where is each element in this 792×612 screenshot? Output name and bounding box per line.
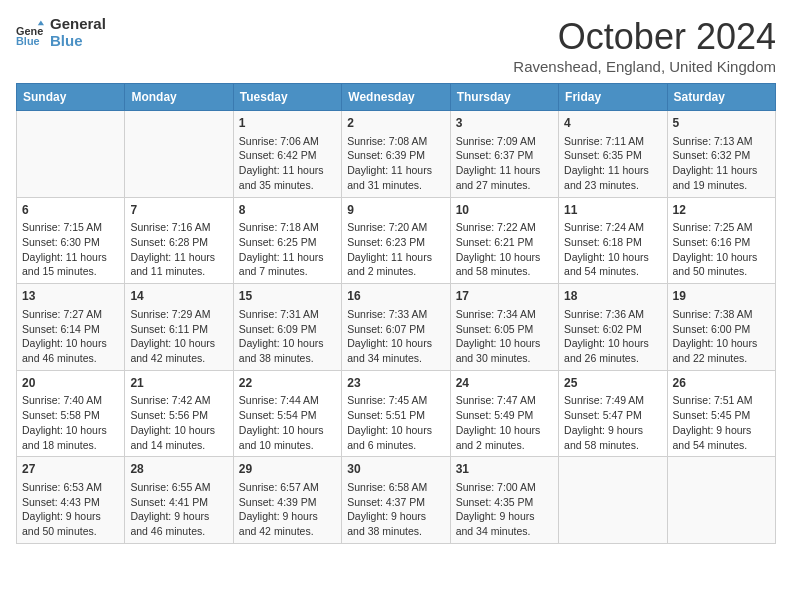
day-info: Sunset: 5:56 PM: [130, 408, 227, 423]
day-number: 12: [673, 202, 770, 219]
day-info: Sunset: 6:14 PM: [22, 322, 119, 337]
day-number: 25: [564, 375, 661, 392]
day-number: 10: [456, 202, 553, 219]
day-info: Sunrise: 7:29 AM: [130, 307, 227, 322]
day-info: Sunrise: 7:34 AM: [456, 307, 553, 322]
day-number: 23: [347, 375, 444, 392]
calendar-cell: [17, 111, 125, 198]
day-number: 1: [239, 115, 336, 132]
weekday-header: Sunday: [17, 84, 125, 111]
svg-marker-2: [38, 20, 44, 25]
day-info: Sunrise: 7:51 AM: [673, 393, 770, 408]
day-number: 9: [347, 202, 444, 219]
logo-general: General: [50, 16, 106, 33]
day-info: Daylight: 9 hours and 38 minutes.: [347, 509, 444, 538]
day-number: 28: [130, 461, 227, 478]
day-number: 6: [22, 202, 119, 219]
calendar-cell: 28Sunrise: 6:55 AMSunset: 4:41 PMDayligh…: [125, 457, 233, 544]
calendar-cell: 12Sunrise: 7:25 AMSunset: 6:16 PMDayligh…: [667, 197, 775, 284]
day-info: Daylight: 10 hours and 2 minutes.: [456, 423, 553, 452]
day-info: Sunset: 6:39 PM: [347, 148, 444, 163]
location-subtitle: Ravenshead, England, United Kingdom: [513, 58, 776, 75]
day-info: Sunset: 6:05 PM: [456, 322, 553, 337]
calendar-cell: 29Sunrise: 6:57 AMSunset: 4:39 PMDayligh…: [233, 457, 341, 544]
calendar-cell: [559, 457, 667, 544]
day-info: Daylight: 10 hours and 18 minutes.: [22, 423, 119, 452]
calendar-table: SundayMondayTuesdayWednesdayThursdayFrid…: [16, 83, 776, 544]
day-info: Sunset: 6:02 PM: [564, 322, 661, 337]
day-info: Sunset: 5:58 PM: [22, 408, 119, 423]
day-info: Daylight: 11 hours and 27 minutes.: [456, 163, 553, 192]
day-number: 5: [673, 115, 770, 132]
day-number: 7: [130, 202, 227, 219]
calendar-cell: 20Sunrise: 7:40 AMSunset: 5:58 PMDayligh…: [17, 370, 125, 457]
day-info: Sunset: 6:28 PM: [130, 235, 227, 250]
day-info: Daylight: 9 hours and 54 minutes.: [673, 423, 770, 452]
day-info: Daylight: 11 hours and 19 minutes.: [673, 163, 770, 192]
calendar-cell: [667, 457, 775, 544]
weekday-header: Thursday: [450, 84, 558, 111]
day-info: Sunset: 6:00 PM: [673, 322, 770, 337]
page-header: General Blue General Blue October 2024 R…: [16, 16, 776, 75]
day-info: Daylight: 10 hours and 30 minutes.: [456, 336, 553, 365]
day-info: Daylight: 9 hours and 46 minutes.: [130, 509, 227, 538]
day-info: Sunrise: 7:13 AM: [673, 134, 770, 149]
day-info: Sunrise: 7:06 AM: [239, 134, 336, 149]
day-number: 29: [239, 461, 336, 478]
day-info: Sunset: 6:35 PM: [564, 148, 661, 163]
calendar-cell: 5Sunrise: 7:13 AMSunset: 6:32 PMDaylight…: [667, 111, 775, 198]
calendar-cell: 27Sunrise: 6:53 AMSunset: 4:43 PMDayligh…: [17, 457, 125, 544]
title-block: October 2024 Ravenshead, England, United…: [513, 16, 776, 75]
month-title: October 2024: [513, 16, 776, 58]
day-number: 22: [239, 375, 336, 392]
day-number: 13: [22, 288, 119, 305]
day-number: 15: [239, 288, 336, 305]
day-info: Sunset: 4:43 PM: [22, 495, 119, 510]
day-info: Sunrise: 7:20 AM: [347, 220, 444, 235]
day-info: Daylight: 10 hours and 10 minutes.: [239, 423, 336, 452]
day-info: Sunrise: 7:25 AM: [673, 220, 770, 235]
calendar-cell: 15Sunrise: 7:31 AMSunset: 6:09 PMDayligh…: [233, 284, 341, 371]
calendar-cell: 30Sunrise: 6:58 AMSunset: 4:37 PMDayligh…: [342, 457, 450, 544]
calendar-cell: 7Sunrise: 7:16 AMSunset: 6:28 PMDaylight…: [125, 197, 233, 284]
calendar-cell: 11Sunrise: 7:24 AMSunset: 6:18 PMDayligh…: [559, 197, 667, 284]
day-info: Sunset: 6:21 PM: [456, 235, 553, 250]
day-number: 16: [347, 288, 444, 305]
day-info: Sunset: 6:37 PM: [456, 148, 553, 163]
day-info: Daylight: 11 hours and 35 minutes.: [239, 163, 336, 192]
day-number: 3: [456, 115, 553, 132]
day-number: 19: [673, 288, 770, 305]
day-info: Sunrise: 6:53 AM: [22, 480, 119, 495]
day-info: Sunrise: 7:45 AM: [347, 393, 444, 408]
day-info: Sunset: 5:54 PM: [239, 408, 336, 423]
day-info: Daylight: 9 hours and 58 minutes.: [564, 423, 661, 452]
day-info: Daylight: 10 hours and 58 minutes.: [456, 250, 553, 279]
day-number: 2: [347, 115, 444, 132]
day-number: 17: [456, 288, 553, 305]
calendar-cell: 23Sunrise: 7:45 AMSunset: 5:51 PMDayligh…: [342, 370, 450, 457]
day-info: Sunset: 5:47 PM: [564, 408, 661, 423]
calendar-row: 1Sunrise: 7:06 AMSunset: 6:42 PMDaylight…: [17, 111, 776, 198]
day-number: 8: [239, 202, 336, 219]
day-info: Sunset: 6:32 PM: [673, 148, 770, 163]
calendar-cell: 10Sunrise: 7:22 AMSunset: 6:21 PMDayligh…: [450, 197, 558, 284]
calendar-cell: 19Sunrise: 7:38 AMSunset: 6:00 PMDayligh…: [667, 284, 775, 371]
day-info: Daylight: 11 hours and 31 minutes.: [347, 163, 444, 192]
day-info: Sunrise: 7:00 AM: [456, 480, 553, 495]
day-info: Sunset: 4:35 PM: [456, 495, 553, 510]
day-info: Sunrise: 7:15 AM: [22, 220, 119, 235]
calendar-row: 13Sunrise: 7:27 AMSunset: 6:14 PMDayligh…: [17, 284, 776, 371]
day-number: 21: [130, 375, 227, 392]
calendar-cell: 25Sunrise: 7:49 AMSunset: 5:47 PMDayligh…: [559, 370, 667, 457]
day-info: Daylight: 9 hours and 50 minutes.: [22, 509, 119, 538]
day-info: Sunset: 4:37 PM: [347, 495, 444, 510]
day-info: Sunset: 6:09 PM: [239, 322, 336, 337]
day-info: Sunset: 6:16 PM: [673, 235, 770, 250]
calendar-cell: 13Sunrise: 7:27 AMSunset: 6:14 PMDayligh…: [17, 284, 125, 371]
day-number: 18: [564, 288, 661, 305]
day-info: Daylight: 11 hours and 11 minutes.: [130, 250, 227, 279]
day-info: Daylight: 10 hours and 6 minutes.: [347, 423, 444, 452]
calendar-cell: 18Sunrise: 7:36 AMSunset: 6:02 PMDayligh…: [559, 284, 667, 371]
day-info: Sunset: 6:30 PM: [22, 235, 119, 250]
calendar-cell: 21Sunrise: 7:42 AMSunset: 5:56 PMDayligh…: [125, 370, 233, 457]
